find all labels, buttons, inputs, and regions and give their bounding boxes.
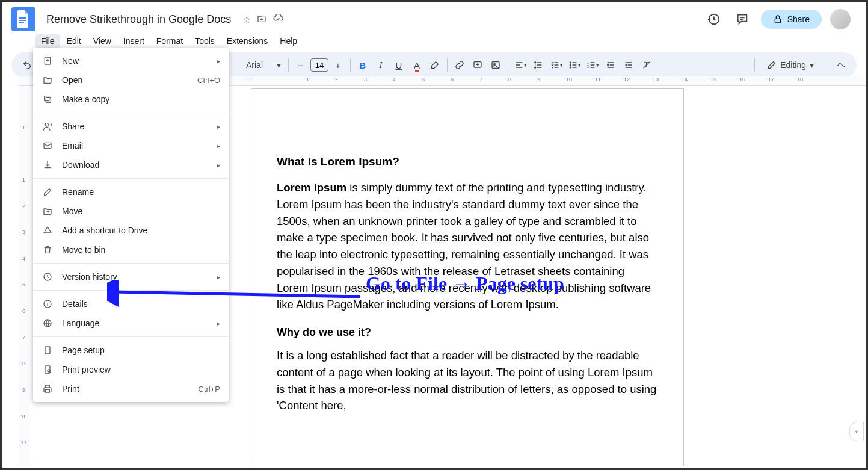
svg-rect-22 — [45, 347, 50, 354]
history-icon — [42, 272, 54, 282]
italic-button[interactable]: I — [372, 57, 389, 73]
svg-rect-15 — [46, 97, 51, 102]
svg-rect-4 — [775, 19, 780, 23]
download-icon — [42, 160, 54, 170]
bold-button[interactable]: B — [354, 57, 371, 73]
menu-format[interactable]: Format — [151, 34, 188, 48]
new-doc-icon — [42, 56, 54, 66]
print-preview-icon — [42, 365, 54, 374]
numbered-list-button[interactable]: 123▾ — [584, 57, 601, 73]
align-button[interactable]: ▾ — [512, 57, 529, 73]
menu-help[interactable]: Help — [274, 34, 303, 48]
collapse-toolbar-button[interactable]: ヘ — [833, 57, 849, 73]
drive-shortcut-icon — [42, 226, 54, 235]
file-menu-details[interactable]: Details — [33, 294, 229, 314]
menu-file[interactable]: File — [35, 34, 60, 48]
file-menu-new[interactable]: New▸ — [33, 51, 229, 70]
menu-tools[interactable]: Tools — [189, 34, 220, 48]
globe-icon — [42, 318, 54, 328]
copy-icon — [42, 94, 54, 104]
file-menu-email[interactable]: Email▸ — [33, 136, 229, 155]
doc-title[interactable]: Remove Strikethrough in Google Docs — [43, 12, 235, 27]
lock-icon — [773, 14, 783, 24]
doc-paragraph-2: It is a long established fact that a rea… — [277, 347, 658, 414]
svg-rect-1 — [19, 20, 26, 21]
info-icon — [42, 299, 54, 309]
font-size-decrease[interactable]: − — [292, 57, 309, 73]
svg-rect-0 — [19, 17, 26, 19]
file-menu-language[interactable]: Language▸ — [33, 314, 229, 333]
font-size-input[interactable]: 14 — [310, 58, 328, 72]
insert-comment-button[interactable] — [469, 57, 486, 73]
folder-icon — [42, 75, 54, 85]
docs-logo[interactable] — [11, 7, 35, 31]
doc-heading-2: Why do we use it? — [277, 326, 658, 339]
file-menu-rename[interactable]: Rename — [33, 182, 229, 202]
indent-increase-button[interactable] — [620, 57, 637, 73]
doc-paragraph-1: Lorem Ipsum is simply dummy text of the … — [277, 179, 658, 313]
file-menu-dropdown: New▸ OpenCtrl+O Make a copy Share▸ Email… — [33, 48, 229, 402]
printer-icon — [42, 384, 54, 394]
font-dropdown[interactable]: Arial▾ — [242, 57, 285, 73]
menu-insert[interactable]: Insert — [118, 34, 150, 48]
svg-point-8 — [570, 62, 571, 63]
underline-button[interactable]: U — [390, 57, 407, 73]
title-bar: Remove Strikethrough in Google Docs ☆ Sh… — [2, 2, 866, 33]
file-menu-move-to-bin[interactable]: Move to bin — [33, 240, 229, 259]
folder-move-icon — [42, 206, 54, 216]
editing-mode-dropdown[interactable]: Editing ▾ — [761, 60, 820, 70]
star-icon[interactable]: ☆ — [242, 14, 251, 26]
font-size-increase[interactable]: + — [330, 57, 346, 73]
indent-decrease-button[interactable] — [602, 57, 619, 73]
user-avatar[interactable] — [830, 9, 851, 29]
svg-text:3: 3 — [587, 66, 589, 69]
file-menu-download[interactable]: Download▸ — [33, 155, 229, 175]
svg-point-17 — [45, 123, 48, 126]
document-icon — [16, 10, 31, 28]
history-icon[interactable] — [703, 9, 724, 29]
file-menu-page-setup[interactable]: Page setup — [33, 341, 229, 360]
clear-formatting-button[interactable] — [638, 57, 655, 73]
svg-point-10 — [570, 67, 571, 68]
file-menu-print-preview[interactable]: Print preview — [33, 360, 229, 379]
bullet-list-button[interactable]: ▾ — [566, 57, 583, 73]
file-menu-share[interactable]: Share▸ — [33, 117, 229, 136]
side-panel-toggle[interactable]: ‹ — [849, 422, 864, 441]
checklist-button[interactable]: ▾ — [548, 57, 565, 73]
menu-view[interactable]: View — [88, 34, 117, 48]
share-label: Share — [787, 14, 810, 24]
svg-rect-16 — [45, 96, 49, 101]
highlight-button[interactable] — [426, 57, 443, 73]
file-menu-add-shortcut[interactable]: Add a shortcut to Drive — [33, 221, 229, 240]
insert-link-button[interactable] — [451, 57, 468, 73]
file-menu-print[interactable]: PrintCtrl+P — [33, 379, 229, 398]
file-menu-open[interactable]: OpenCtrl+O — [33, 70, 229, 90]
line-spacing-button[interactable] — [530, 57, 547, 73]
insert-image-button[interactable] — [487, 57, 504, 73]
move-icon[interactable] — [257, 14, 266, 26]
document-page[interactable]: What is Lorem Ipsum? Lorem Ipsum is simp… — [251, 88, 684, 466]
file-menu-move[interactable]: Move — [33, 202, 229, 221]
svg-rect-2 — [19, 22, 24, 23]
file-menu-make-copy[interactable]: Make a copy — [33, 90, 229, 109]
comments-icon[interactable] — [732, 9, 753, 29]
cloud-done-icon[interactable] — [272, 14, 283, 26]
menu-extensions[interactable]: Extensions — [221, 34, 273, 48]
menubar: File Edit View Insert Format Tools Exten… — [2, 33, 866, 49]
doc-heading-1: What is Lorem Ipsum? — [277, 155, 658, 169]
page-setup-icon — [42, 345, 54, 355]
file-menu-version-history[interactable]: Version history▸ — [33, 267, 229, 286]
svg-point-9 — [570, 64, 571, 66]
share-button[interactable]: Share — [761, 10, 822, 29]
pencil-icon — [42, 187, 54, 197]
text-color-button[interactable]: A — [408, 57, 425, 73]
menu-edit[interactable]: Edit — [61, 34, 87, 48]
mail-icon — [42, 141, 54, 150]
pencil-icon — [767, 60, 777, 70]
trash-icon — [42, 245, 54, 255]
person-add-icon — [42, 122, 54, 131]
